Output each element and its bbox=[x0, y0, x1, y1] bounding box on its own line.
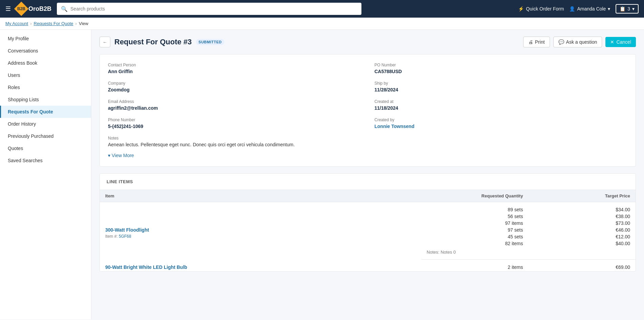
sidebar-label-previously-purchased: Previously Purchased bbox=[8, 133, 53, 139]
layout: My Profile Conversations Address Book Us… bbox=[0, 30, 644, 319]
col-item: Item bbox=[100, 190, 421, 202]
contact-person-label: Contact Person bbox=[108, 63, 361, 67]
sidebar-item-address-book[interactable]: Address Book bbox=[0, 57, 91, 69]
quick-order-label: Quick Order Form bbox=[526, 6, 564, 12]
notes-label: Notes bbox=[108, 136, 627, 141]
created-at-label: Created at bbox=[375, 99, 628, 104]
item-2-link[interactable]: 90-Watt Bright White LED Light Bulb bbox=[105, 264, 187, 270]
item-2-cell: 90-Watt Bright White LED Light Bulb bbox=[100, 260, 421, 272]
cancel-button[interactable]: ✕ Cancel bbox=[605, 37, 636, 47]
qty-row-1: 56 sets bbox=[421, 213, 529, 220]
breadcrumb-my-account[interactable]: My Account bbox=[5, 21, 28, 26]
email-label: Email Address bbox=[108, 99, 361, 104]
table-row: 90-Watt Bright White LED Light Bulb 2 it… bbox=[100, 260, 636, 272]
po-number-field: PO Number CA5788USD bbox=[375, 63, 628, 74]
logo-diamond: B2B bbox=[14, 2, 28, 16]
cart-chevron-icon: ▾ bbox=[632, 6, 635, 12]
po-number-label: PO Number bbox=[375, 63, 628, 67]
sidebar-item-quotes[interactable]: Quotes bbox=[0, 142, 91, 154]
breadcrumb-view: View bbox=[79, 21, 88, 26]
item-notes-row: Notes: Notes 0 bbox=[421, 247, 636, 260]
logo[interactable]: B2B OroB2B bbox=[16, 4, 51, 14]
table-row: 300-Watt Floodlight Item #: 5GF68 89 set… bbox=[100, 202, 636, 213]
created-at-value: 11/18/2024 bbox=[375, 105, 628, 111]
contact-person-field: Contact Person Ann Griffin bbox=[108, 63, 361, 74]
detail-card: Contact Person Ann Griffin PO Number CA5… bbox=[99, 54, 636, 167]
sidebar-label-conversations: Conversations bbox=[8, 48, 38, 54]
sidebar-label-order-history: Order History bbox=[8, 121, 36, 127]
header-actions: 🖨 Print 💬 Ask a question ✕ Cancel bbox=[523, 37, 636, 47]
email-value: agriffin2@trellian.com bbox=[108, 105, 361, 111]
qty-row-3: 97 sets bbox=[421, 227, 529, 233]
sidebar-item-requests-for-quote[interactable]: Requests For Quote bbox=[0, 106, 91, 118]
view-more-button[interactable]: ▾ View More bbox=[108, 153, 134, 158]
sidebar-item-saved-searches[interactable]: Saved Searches bbox=[0, 154, 91, 167]
hamburger-icon[interactable]: ☰ bbox=[5, 5, 11, 13]
line-items-section: LINE ITEMS Item Requested Quantity Targe… bbox=[99, 173, 636, 272]
ship-by-field: Ship by 11/28/2024 bbox=[375, 81, 628, 92]
qty-row-0: 89 sets bbox=[421, 202, 529, 213]
user-menu[interactable]: 👤 Amanda Cole ▾ bbox=[569, 6, 610, 12]
created-by-field: Created by Lonnie Townsend bbox=[375, 118, 628, 129]
search-icon: 🔍 bbox=[61, 6, 68, 12]
ask-label: Ask a question bbox=[566, 39, 597, 45]
sidebar-item-conversations[interactable]: Conversations bbox=[0, 45, 91, 57]
po-number-value: CA5788USD bbox=[375, 69, 628, 74]
lightning-icon: ⚡ bbox=[518, 6, 524, 12]
main-content: ← Request For Quote #3 SUBMITTED 🖨 Print… bbox=[91, 30, 644, 319]
email-field: Email Address agriffin2@trellian.com bbox=[108, 99, 361, 111]
phone-label: Phone Number bbox=[108, 118, 361, 122]
price-row-3: €46.00 bbox=[528, 227, 636, 233]
company-value: Zoomdog bbox=[108, 87, 361, 92]
qty-row-4: 45 sets bbox=[421, 233, 529, 240]
phone-value: 5-(452)241-1069 bbox=[108, 124, 361, 129]
created-by-value[interactable]: Lonnie Townsend bbox=[375, 124, 628, 129]
sidebar-label-shopping-lists: Shopping Lists bbox=[8, 97, 39, 102]
price-row-5: $40.00 bbox=[528, 240, 636, 247]
price-row-2: $73.00 bbox=[528, 220, 636, 227]
sidebar-label-saved-searches: Saved Searches bbox=[8, 158, 43, 163]
item-1-link[interactable]: 300-Watt Floodlight bbox=[105, 227, 149, 233]
sidebar-label-rfq: Requests For Quote bbox=[8, 109, 53, 114]
sidebar-label-users: Users bbox=[8, 72, 20, 78]
created-at-field: Created at 11/18/2024 bbox=[375, 99, 628, 111]
print-button[interactable]: 🖨 Print bbox=[523, 37, 550, 47]
sidebar-item-shopping-lists[interactable]: Shopping Lists bbox=[0, 93, 91, 106]
line-items-table: Item Requested Quantity Target Price 300… bbox=[100, 190, 636, 271]
col-qty: Requested Quantity bbox=[421, 190, 529, 202]
qty-row-2: 97 items bbox=[421, 220, 529, 227]
ask-question-button[interactable]: 💬 Ask a question bbox=[553, 37, 602, 47]
quick-order-button[interactable]: ⚡ Quick Order Form bbox=[518, 6, 564, 12]
qty-row-5: 82 items bbox=[421, 240, 529, 247]
breadcrumb: My Account › Requests For Quote › View bbox=[0, 18, 644, 30]
sidebar-item-users[interactable]: Users bbox=[0, 69, 91, 81]
sidebar-label-my-profile: My Profile bbox=[8, 36, 29, 41]
cart-button[interactable]: 📋 3 ▾ bbox=[616, 4, 639, 14]
clipboard-icon: 📋 bbox=[620, 6, 625, 12]
item-num-value: 5GF68 bbox=[119, 234, 131, 239]
company-label: Company bbox=[108, 81, 361, 86]
cart-count: 3 bbox=[627, 6, 630, 12]
col-price: Target Price bbox=[528, 190, 636, 202]
search-input[interactable] bbox=[70, 6, 357, 12]
company-field: Company Zoomdog bbox=[108, 81, 361, 92]
sidebar: My Profile Conversations Address Book Us… bbox=[0, 30, 91, 319]
phone-field: Phone Number 5-(452)241-1069 bbox=[108, 118, 361, 129]
chevron-down-icon: ▾ bbox=[608, 6, 610, 12]
item-2-qty: 2 items bbox=[421, 260, 529, 272]
sidebar-item-previously-purchased[interactable]: Previously Purchased bbox=[0, 130, 91, 142]
back-button[interactable]: ← bbox=[99, 37, 110, 47]
ship-by-value: 11/28/2024 bbox=[375, 87, 628, 92]
search-bar: 🔍 bbox=[57, 3, 361, 15]
item-num-prefix: Item #: bbox=[105, 234, 118, 239]
sidebar-label-quotes: Quotes bbox=[8, 146, 23, 151]
sidebar-item-my-profile[interactable]: My Profile bbox=[0, 33, 91, 45]
x-icon: ✕ bbox=[610, 39, 614, 45]
print-icon: 🖨 bbox=[528, 39, 533, 45]
sidebar-item-order-history[interactable]: Order History bbox=[0, 118, 91, 130]
status-badge: SUBMITTED bbox=[196, 39, 225, 45]
sidebar-item-roles[interactable]: Roles bbox=[0, 81, 91, 93]
user-name: Amanda Cole bbox=[577, 6, 606, 12]
breadcrumb-rfq[interactable]: Requests For Quote bbox=[34, 21, 73, 26]
notes-section: Notes Aenean lectus. Pellentesque eget n… bbox=[108, 136, 627, 147]
